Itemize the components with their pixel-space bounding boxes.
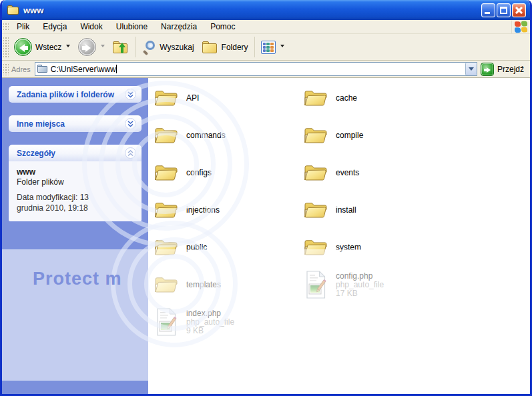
details-folder-name: www: [17, 167, 134, 177]
views-button[interactable]: [257, 39, 288, 56]
folder-tile-injections[interactable]: injections: [154, 191, 297, 229]
menu-item-edycja[interactable]: Edycja: [36, 21, 73, 33]
folder-window-icon: [7, 5, 19, 15]
file-size: 17 KB: [336, 289, 384, 298]
folder-icon: [154, 237, 179, 257]
php-file-icon: [303, 270, 328, 299]
back-button[interactable]: Wstecz: [10, 36, 74, 58]
file-tile-index.php[interactable]: index.php php_auto_file 9 KB: [154, 303, 297, 341]
file-tile-config.php[interactable]: config.php php_auto_file 17 KB: [303, 266, 447, 303]
file-name: injections: [186, 205, 220, 215]
folder-icon: [303, 125, 328, 145]
file-column-2: cache compile events install system: [303, 79, 447, 303]
menu-item-pomoc[interactable]: Pomoc: [204, 21, 242, 33]
folder-icon: [154, 125, 179, 145]
menubar-grip[interactable]: [3, 22, 9, 31]
task-sidebar: Zadania plików i folderów Inne miejsca: [2, 78, 148, 394]
window-title: www: [23, 5, 481, 15]
chevron-down-icon: [469, 67, 474, 73]
main-area: Zadania plików i folderów Inne miejsca: [2, 78, 530, 394]
address-input[interactable]: C:\UniServer\www: [35, 62, 477, 76]
menu-bar: PlikEdycjaWidokUlubioneNarzędziaPomoc: [2, 20, 530, 34]
maximize-button[interactable]: [497, 3, 511, 17]
forward-button[interactable]: [74, 36, 109, 58]
folders-label: Foldery: [222, 43, 248, 52]
menu-items: PlikEdycjaWidokUlubioneNarzędziaPomoc: [10, 21, 511, 33]
menu-item-ulubione[interactable]: Ulubione: [109, 21, 154, 33]
explorer-window: www PlikEdycjaWidokUlubioneNarzędziaPomo…: [0, 0, 532, 396]
search-label: Wyszukaj: [160, 43, 194, 52]
menu-item-widok[interactable]: Widok: [73, 21, 109, 33]
views-dropdown-icon[interactable]: [280, 45, 284, 49]
folder-tile-events[interactable]: events: [303, 154, 447, 191]
back-label: Wstecz: [35, 43, 61, 52]
file-name: config.php: [336, 271, 372, 281]
panel-title: Szczegóły: [17, 149, 55, 158]
panel-details: Szczegóły www Folder plików Data modyfik…: [9, 145, 142, 221]
details-folder-type: Folder plików: [17, 177, 134, 187]
menu-item-narzędzia[interactable]: Narzędzia: [154, 21, 204, 33]
folder-tile-install[interactable]: install: [303, 191, 447, 229]
file-name: cache: [336, 93, 357, 103]
panel-other-places-header[interactable]: Inne miejsca: [9, 115, 142, 132]
forward-icon: [78, 38, 96, 56]
file-column-1: API commands configs injections public: [154, 79, 297, 341]
toolbar: Wstecz Wyszukaj Foldery: [2, 34, 530, 61]
panel-file-tasks: Zadania plików i folderów: [9, 86, 142, 103]
up-button[interactable]: [109, 39, 133, 56]
file-type: php_auto_file: [336, 281, 384, 289]
menu-item-plik[interactable]: Plik: [10, 21, 36, 33]
views-icon: [261, 41, 276, 54]
folders-button[interactable]: Foldery: [198, 39, 252, 56]
panel-details-header[interactable]: Szczegóły: [9, 145, 142, 161]
address-folder-icon: [37, 65, 48, 73]
folder-tile-system[interactable]: system: [303, 229, 447, 266]
panel-file-tasks-header[interactable]: Zadania plików i folderów: [9, 86, 142, 103]
folder-tile-API[interactable]: API: [154, 79, 297, 117]
folder-tile-public[interactable]: public: [154, 229, 297, 266]
details-modified-date: Data modyfikacji: 13 grudnia 2010, 19:18: [17, 193, 117, 213]
chevron-double-down-icon[interactable]: [125, 118, 136, 129]
file-name: API: [186, 93, 199, 103]
folder-icon: [154, 200, 179, 220]
folder-tile-commands[interactable]: commands: [154, 117, 297, 154]
folder-icon: [154, 163, 179, 183]
address-bar: Adres C:\UniServer\www Przejdź: [2, 61, 530, 78]
go-arrow-icon: [481, 63, 494, 76]
folder-icon: [303, 88, 328, 108]
search-button[interactable]: Wyszukaj: [138, 38, 198, 57]
folder-tile-cache[interactable]: cache: [303, 79, 447, 117]
minimize-button[interactable]: [481, 3, 495, 17]
forward-dropdown-icon[interactable]: [101, 45, 105, 49]
php-file-icon: [154, 307, 179, 337]
panel-other-places: Inne miejsca: [9, 115, 142, 132]
chevron-double-down-icon[interactable]: [125, 89, 136, 100]
toolbar-separator: [254, 37, 255, 57]
file-name: index.php: [186, 309, 221, 318]
file-name: configs: [186, 168, 212, 177]
address-dropdown-button[interactable]: [465, 63, 477, 75]
close-button[interactable]: [512, 3, 526, 17]
file-name: public: [186, 243, 207, 252]
addressbar-grip[interactable]: [3, 63, 9, 75]
file-type: php_auto_file: [186, 318, 234, 327]
file-name: events: [336, 168, 359, 177]
toolbar-grip[interactable]: [3, 36, 9, 58]
file-size: 9 KB: [186, 327, 234, 335]
folder-icon: [303, 200, 328, 220]
folder-tile-configs[interactable]: configs: [154, 154, 297, 191]
folder-tile-templates[interactable]: templates: [154, 266, 297, 303]
folder-icon: [303, 237, 328, 257]
panel-title: Inne miejsca: [17, 119, 65, 129]
address-value: C:\UniServer\www: [51, 65, 465, 74]
title-bar: www: [2, 0, 530, 20]
file-name: templates: [186, 280, 221, 289]
windows-logo-icon: [511, 19, 527, 34]
back-dropdown-icon[interactable]: [66, 45, 70, 49]
text-caret: [116, 65, 117, 73]
folder-tile-compile[interactable]: compile: [303, 117, 447, 154]
details-body: www Folder plików Data modyfikacji: 13 g…: [9, 161, 142, 221]
file-list-area: API commands configs injections public: [148, 78, 530, 394]
chevron-double-up-icon[interactable]: [125, 147, 136, 159]
go-button[interactable]: Przejdź: [477, 61, 527, 77]
